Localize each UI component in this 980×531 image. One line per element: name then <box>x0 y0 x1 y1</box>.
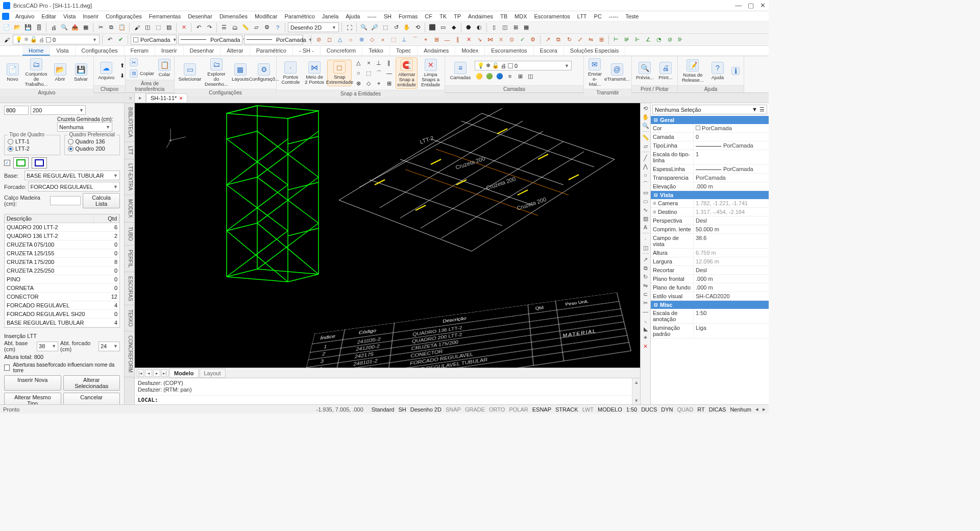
snap-int-icon[interactable]: × <box>378 35 387 44</box>
ribbon-tab-ferram[interactable]: Ferram <box>125 46 155 56</box>
snap-track-icon[interactable]: ⤫ <box>496 35 505 44</box>
prop-row[interactable]: Escala de anotação1:50 <box>651 309 769 324</box>
ribbon-tab-escora[interactable]: Escora <box>534 46 564 56</box>
snap-mini-1[interactable]: △ <box>354 58 363 67</box>
snap-geo-icon[interactable]: ⊙ <box>507 35 516 44</box>
modify-move-icon[interactable]: ↗ <box>543 35 552 44</box>
command-scrollbar[interactable]: ▴▾ <box>632 378 640 404</box>
side-tab-ltt-extra[interactable]: LTT-EXTRA <box>125 159 134 195</box>
status-toggle-strack[interactable]: STRACK <box>555 406 578 413</box>
status-toggle-lwt[interactable]: LWT <box>582 406 594 413</box>
nav-area-icon[interactable]: ▱ <box>642 142 650 150</box>
snap-off-icon[interactable]: ✕ <box>464 35 473 44</box>
ribbon-pontos[interactable]: ·Pontos Controle <box>280 60 302 86</box>
ribbon-tab-concreform[interactable]: Concreform <box>321 46 362 56</box>
snap-mini-3[interactable]: ⊥ <box>374 58 383 67</box>
redo-icon[interactable]: ↷ <box>205 23 214 32</box>
swatch-btn-1[interactable] <box>13 157 29 168</box>
ribbon-extrem[interactable]: ◻Snap Extremidade <box>327 60 352 86</box>
hatch-icon[interactable]: ▨ <box>164 23 174 32</box>
close-button[interactable]: ✕ <box>760 2 766 9</box>
select-val2[interactable]: 200▼ <box>31 105 86 115</box>
table-row[interactable]: CRUZETA 175/2008 <box>5 258 119 267</box>
dim-ord-icon[interactable]: ⊩ <box>633 35 642 44</box>
radio-q136[interactable]: Quadro 136 <box>68 138 117 144</box>
menu-ferramentas[interactable]: Ferramentas <box>146 12 184 20</box>
dim-ang-icon[interactable]: ∠ <box>644 35 653 44</box>
layer-tool-6[interactable]: ◫ <box>526 71 535 81</box>
prop-row[interactable]: PerspectivaDesl <box>651 216 769 225</box>
modify-chamfer-icon[interactable]: ◣ <box>642 325 650 333</box>
abt-forc-select[interactable]: 24▼ <box>99 342 120 351</box>
ribbon-tab-desenhar[interactable]: Desenhar <box>184 46 221 56</box>
ribbon-tab-solucoes[interactable]: Soluções Especiais <box>564 46 625 56</box>
draw-line-icon[interactable]: ╱ <box>642 154 650 162</box>
ribbon-novo[interactable]: 📄Novo <box>3 62 22 83</box>
ribbon-tab-modex[interactable]: Modex <box>455 46 485 56</box>
ribbon-layer-combo[interactable]: 💡 ❄ 🔓 🖨 0 ▼ <box>475 61 572 70</box>
modify-array-icon[interactable]: ⊞ <box>597 35 606 44</box>
menu-ltt[interactable]: LTT <box>574 12 590 20</box>
status-toggle-dicas[interactable]: DICAS <box>709 406 726 413</box>
draw-spline-icon[interactable]: ∿ <box>642 206 650 214</box>
prop-row[interactable]: Escala do tipo-linha1 <box>651 150 769 165</box>
layer-tool-5[interactable]: ⊞ <box>516 71 525 81</box>
layer-tool-2[interactable]: 🟢 <box>485 71 494 81</box>
erase-icon[interactable]: ✕ <box>179 23 188 32</box>
vp4-icon[interactable]: ▦ <box>522 23 531 32</box>
drawing-canvas[interactable]: Cruzeta 200 Cruzeta 200 Cruzeta 200 LTT-… <box>135 103 640 368</box>
prop-row[interactable]: Iluminação padrãoLiga <box>651 324 769 339</box>
snap-settings-icon[interactable]: ⚙ <box>528 35 537 44</box>
prop-row[interactable]: Camada0 <box>651 133 769 141</box>
cancelar-button[interactable]: Cancelar <box>63 393 120 404</box>
modify-move2-icon[interactable]: ↗ <box>642 255 650 263</box>
ribbon-tab-sh[interactable]: - SH - <box>293 46 321 56</box>
draw-circle-icon[interactable]: ○ <box>642 171 650 179</box>
snap-perp-icon[interactable]: ⊥ <box>400 35 409 44</box>
checkbox-1[interactable]: ✓ <box>4 160 10 166</box>
settings-icon[interactable]: ⚙ <box>262 23 272 32</box>
modify-mirror-icon[interactable]: ⇋ <box>586 35 595 44</box>
base-select[interactable]: BASE REGULAVEL TUBULAR▼ <box>24 171 120 180</box>
doc-start-button[interactable]: ▸ <box>135 93 146 102</box>
dim-cont-icon[interactable]: ⊪ <box>676 35 685 44</box>
workspace-dropdown[interactable]: Desenho 2D▼ <box>288 22 339 32</box>
doc-tab-close-icon[interactable]: × <box>179 95 182 101</box>
menu-configuracoes[interactable]: Configurações <box>103 12 145 20</box>
draw-text-icon[interactable]: A <box>642 223 650 231</box>
ribbon-tab-tekko[interactable]: Tekko <box>362 46 390 56</box>
table-row[interactable]: PINO0 <box>5 275 119 284</box>
ribbon-previa[interactable]: 🔍Prévia... <box>635 61 655 81</box>
tab-nav-last[interactable]: ▸| <box>161 370 168 377</box>
side-tab-biblioteca[interactable]: BIBLIOTECA <box>125 103 134 142</box>
modify-mirror2-icon[interactable]: ⇋ <box>642 281 650 289</box>
forcado-select[interactable]: FORCADO REGULAVEL▼ <box>28 182 120 191</box>
insert-icon[interactable]: ⬚ <box>154 23 163 32</box>
table-row[interactable]: CRUZETA 075/1000 <box>5 240 119 249</box>
table-row[interactable]: BASE REGULAVEL TUBULAR4 <box>5 319 119 327</box>
zoom-prev-icon[interactable]: ↺ <box>391 23 401 32</box>
table-row[interactable]: CORNETA0 <box>5 284 119 293</box>
abt-base-select[interactable]: 38▼ <box>37 342 58 351</box>
layer-combo[interactable]: 💡 ❄ 🔓 🖨 0 ▼ <box>13 35 100 44</box>
snap-node-icon[interactable]: ⊗ <box>357 35 366 44</box>
modify-rotate2-icon[interactable]: ↻ <box>642 273 650 281</box>
snap-mini-7[interactable]: ⌒ <box>374 68 383 78</box>
status-toggle-desenho2d[interactable]: Desenho 2D <box>410 406 442 413</box>
side-tab-perfil[interactable]: PERFIL <box>125 246 134 272</box>
panel-close-icon[interactable]: × <box>0 93 135 103</box>
modify-offset-icon[interactable]: ⊂ <box>642 290 650 298</box>
side-tab-escoras[interactable]: ESCORAS <box>125 272 134 306</box>
radio-ltt1[interactable]: LTT-1 <box>8 138 57 144</box>
prop-row[interactable]: Comprim. lente50.000 m <box>651 225 769 234</box>
copy-icon[interactable]: ⧉ <box>107 23 116 32</box>
ribbon-selecionar[interactable]: ▭Selecionar <box>178 62 202 83</box>
menu-tk[interactable]: TK <box>436 12 450 20</box>
status-next-icon[interactable]: ▸ <box>763 406 766 413</box>
ribbon-print[interactable]: 🖨Print... <box>657 61 674 81</box>
ribbon-alternar[interactable]: 🧲Alternar Snap a entidade <box>396 57 418 89</box>
nav-orbit-icon[interactable]: ⟲ <box>642 104 650 112</box>
menu-teste[interactable]: Teste <box>622 12 642 20</box>
prop-row[interactable]: Elevação.000 m <box>651 182 769 191</box>
menu-formas[interactable]: Formas <box>396 12 421 20</box>
